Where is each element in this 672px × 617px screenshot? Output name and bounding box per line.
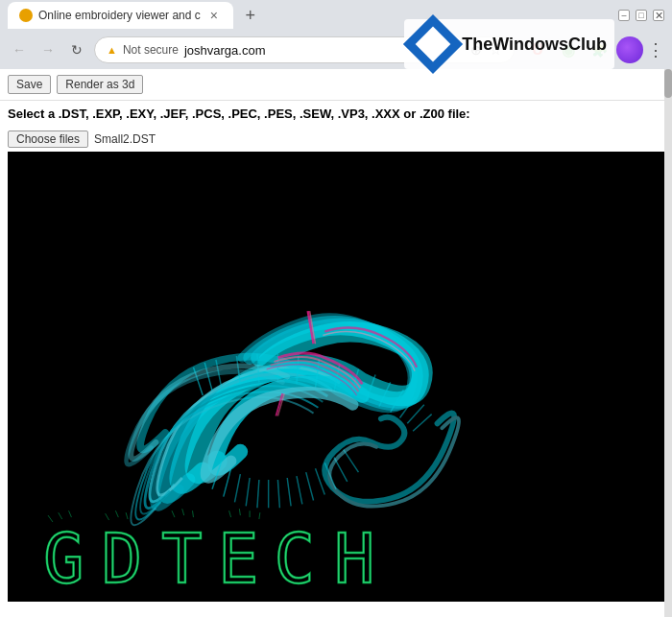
extensions-button[interactable]: 🧩 — [586, 36, 612, 63]
browser-tab[interactable]: Online embroidery viewer and c × — [8, 2, 233, 29]
not-secure-label: Not secure — [123, 43, 179, 57]
minimize-button[interactable]: – — [618, 10, 630, 21]
file-name-label: Small2.DST — [94, 132, 156, 146]
svg-text:C: C — [275, 520, 317, 599]
svg-text:G: G — [43, 520, 85, 599]
instruction-text: Select a .DST, .EXP, .EXY, .JEF, .PCS, .… — [0, 101, 672, 127]
maximize-button[interactable]: □ — [636, 10, 647, 21]
search-icon[interactable]: ⊕ — [470, 42, 482, 58]
kebab-menu-button[interactable]: ⋮ — [647, 39, 664, 60]
embroidery-svg: G G D D T T E E C C H H engineering — [8, 152, 664, 602]
render-3d-button[interactable]: Render as 3d — [57, 75, 143, 94]
tab-favicon — [19, 9, 33, 22]
tab-close-button[interactable]: × — [206, 8, 222, 23]
toolbar-icons: U ◉ 🧩 ⋮ — [524, 36, 664, 63]
bookmark-icon[interactable]: ☆ — [490, 42, 502, 58]
svg-text:E: E — [218, 520, 260, 599]
title-bar-left: Online embroidery viewer and c × + — [8, 2, 264, 29]
url-text: joshvarga.com — [184, 43, 465, 58]
circle-extension-button[interactable]: ◉ — [555, 36, 582, 63]
u-extension-button[interactable]: U — [524, 36, 551, 63]
scrollbar-thumb[interactable] — [664, 69, 672, 98]
svg-text:T: T — [161, 520, 204, 599]
scrollbar-track[interactable] — [664, 69, 672, 617]
choose-files-button[interactable]: Choose files — [8, 131, 88, 148]
reload-button[interactable]: ↻ — [65, 38, 88, 61]
new-tab-button[interactable]: + — [237, 2, 264, 29]
address-bar: ← → ↻ ▲ Not secure joshvarga.com ⊕ ☆ U ◉… — [0, 31, 672, 69]
embroidery-canvas: G G D D T T E E C C H H engineering — [8, 152, 664, 602]
avatar-button[interactable] — [616, 36, 643, 63]
file-chooser-area: Choose files Small2.DST — [0, 127, 672, 152]
address-right-icons: ⊕ ☆ — [470, 42, 502, 58]
page-toolbar: Save Render as 3d — [0, 69, 672, 101]
title-bar: Online embroidery viewer and c × + – □ ✕ — [0, 0, 672, 31]
back-button[interactable]: ← — [8, 38, 31, 61]
browser-chrome: Online embroidery viewer and c × + – □ ✕… — [0, 0, 672, 69]
forward-button[interactable]: → — [36, 38, 60, 61]
svg-text:D: D — [102, 520, 144, 599]
page-content: Save Render as 3d Select a .DST, .EXP, .… — [0, 69, 672, 617]
instruction-bold: Select a .DST, .EXP, .EXY, .JEF, .PCS, .… — [8, 107, 470, 121]
lock-icon: ▲ — [107, 44, 117, 56]
save-button[interactable]: Save — [8, 75, 51, 94]
close-button[interactable]: ✕ — [653, 10, 664, 21]
address-input[interactable]: ▲ Not secure joshvarga.com ⊕ ☆ — [94, 36, 515, 63]
window-controls: – □ ✕ — [618, 10, 664, 21]
tab-title: Online embroidery viewer and c — [38, 9, 201, 22]
svg-text:H: H — [334, 520, 376, 599]
